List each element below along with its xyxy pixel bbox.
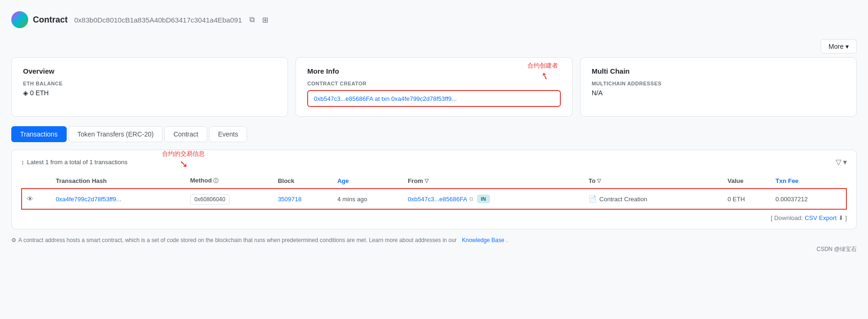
row-eye-cell: 👁 bbox=[22, 189, 51, 209]
from-address-link[interactable]: 0xb547c3...e85686FA bbox=[408, 196, 467, 203]
more-info-title: More Info bbox=[307, 67, 560, 75]
multi-chain-card: Multi Chain MULTICHAIN ADDRESSES N/A bbox=[580, 57, 857, 117]
tx-hash-link[interactable]: 0xa4fe799c2d78f53ff9... bbox=[56, 196, 121, 203]
contract-label: Contract bbox=[33, 15, 68, 25]
page-wrapper: Contract 0x83b0Dc8010cB1a835A40bD63417c3… bbox=[0, 0, 868, 319]
multichain-value: N/A bbox=[592, 89, 845, 97]
row-block-cell: 3509718 bbox=[273, 189, 333, 209]
multi-chain-title: Multi Chain bbox=[592, 67, 845, 75]
more-btn-wrapper: More ▾ bbox=[11, 39, 857, 53]
more-button[interactable]: More ▾ bbox=[821, 39, 857, 53]
copy-address-icon[interactable]: ⧉ bbox=[249, 15, 255, 24]
eth-balance-value: ◈ 0 ETH bbox=[23, 89, 276, 97]
watermark-text: CSDN @绿宝石 bbox=[816, 245, 857, 253]
row-to-extra-cell bbox=[706, 189, 723, 209]
row-value-cell: 0 ETH bbox=[723, 189, 771, 209]
txn-annotation: 合约的交易信息 ➘ bbox=[162, 150, 205, 170]
table-section: ↕ Latest 1 from a total of 1 transaction… bbox=[11, 150, 857, 229]
row-eye-icon[interactable]: 👁 bbox=[27, 195, 33, 203]
more-info-card: More Info 合约创建者 ➘ CONTRACT CREATOR 0xb54… bbox=[295, 57, 572, 117]
table-with-annotation: 合约的交易信息 ➘ Transaction Hash Method ⓘ Bloc… bbox=[21, 173, 847, 210]
eth-balance-label: ETH BALANCE bbox=[23, 81, 276, 86]
col-direction bbox=[567, 173, 584, 189]
multichain-label: MULTICHAIN ADDRESSES bbox=[592, 81, 845, 86]
col-txn-fee: Txn Fee bbox=[771, 173, 846, 189]
footer-note: ⚙ A contract address hosts a smart contr… bbox=[11, 237, 857, 243]
contract-avatar-icon bbox=[11, 11, 28, 28]
row-tx-hash-cell: 0xa4fe799c2d78f53ff9... bbox=[51, 189, 186, 209]
csv-suffix: ⬇ ] bbox=[838, 214, 847, 221]
csv-export-row: [ Download: CSV Export ⬇ ] bbox=[21, 214, 847, 221]
col-method: Method ⓘ bbox=[186, 173, 273, 189]
col-eye bbox=[22, 173, 51, 189]
filter-chevron-icon: ▾ bbox=[843, 158, 847, 167]
row-direction-separator bbox=[567, 189, 584, 209]
csv-prefix: [ Download: bbox=[771, 214, 803, 221]
footer-period: . bbox=[506, 237, 508, 243]
filter-icon: ▽ bbox=[836, 158, 841, 167]
tab-transactions[interactable]: Transactions bbox=[11, 126, 67, 142]
more-button-label: More bbox=[829, 43, 844, 50]
creator-link[interactable]: 0xb547c3...e85686FA at txn 0xa4fe799c2d7… bbox=[314, 95, 457, 102]
annotation-arrow-icon: ➘ bbox=[539, 70, 550, 83]
footer-note-text: A contract address hosts a smart contrac… bbox=[18, 237, 457, 243]
table-header-row: ↕ Latest 1 from a total of 1 transaction… bbox=[21, 158, 847, 167]
in-badge: IN bbox=[477, 195, 490, 203]
contract-address: 0x83b0Dc8010cB1a835A40bD63417c3041a4Eba0… bbox=[74, 16, 242, 24]
eth-diamond-icon: ◈ bbox=[23, 89, 28, 97]
row-age-cell: 4 mins ago bbox=[333, 189, 403, 209]
annotation-label: 合约创建者 bbox=[527, 61, 558, 70]
table-summary: Latest 1 from a total of 1 transactions bbox=[27, 159, 128, 166]
table-row: 👁 0xa4fe799c2d78f53ff9... 0x60806040 350… bbox=[22, 189, 846, 209]
contract-creation-file-icon: 📄 bbox=[589, 195, 597, 203]
col-to: To ▽ bbox=[584, 173, 706, 189]
qr-code-icon[interactable]: ⊞ bbox=[262, 15, 268, 24]
col-block: Block bbox=[273, 173, 333, 189]
creator-box: 0xb547c3...e85686FA at txn 0xa4fe799c2d7… bbox=[307, 90, 560, 107]
watermark: CSDN @绿宝石 bbox=[11, 245, 857, 253]
knowledge-base-link[interactable]: Knowledge Base bbox=[462, 237, 504, 243]
tabs-row: Transactions Token Transfers (ERC-20) Co… bbox=[11, 126, 857, 142]
txn-annotation-text: 合约的交易信息 bbox=[162, 150, 205, 158]
csv-export-link[interactable]: CSV Export bbox=[805, 214, 837, 221]
block-link[interactable]: 3509718 bbox=[278, 196, 302, 203]
table-header-row-el: Transaction Hash Method ⓘ Block Age From… bbox=[22, 173, 846, 189]
method-badge: 0x60806040 bbox=[190, 194, 230, 205]
from-filter-icon[interactable]: ▽ bbox=[425, 178, 428, 184]
col-to-extra bbox=[706, 173, 723, 189]
filter-icon-btn[interactable]: ▽ ▾ bbox=[836, 158, 847, 167]
copy-from-icon[interactable]: ⧉ bbox=[469, 196, 473, 202]
row-method-cell: 0x60806040 bbox=[186, 189, 273, 209]
annotation-box: 合约创建者 ➘ bbox=[527, 61, 558, 82]
table-info-text: ↕ Latest 1 from a total of 1 transaction… bbox=[21, 159, 127, 166]
col-from: From ▽ bbox=[403, 173, 567, 189]
row-from-cell: 0xb547c3...e85686FA ⧉ IN bbox=[403, 189, 567, 209]
sort-icon: ↕ bbox=[21, 159, 24, 166]
txn-annotation-arrow-icon: ➘ bbox=[179, 158, 188, 170]
col-value: Value bbox=[723, 173, 771, 189]
method-info-icon[interactable]: ⓘ bbox=[213, 178, 218, 183]
footer-gear-icon: ⚙ bbox=[11, 237, 16, 243]
to-filter-icon[interactable]: ▽ bbox=[597, 178, 601, 184]
transactions-table: Transaction Hash Method ⓘ Block Age From… bbox=[21, 173, 847, 210]
row-to-cell: 📄 Contract Creation bbox=[584, 189, 706, 209]
tab-token-transfers[interactable]: Token Transfers (ERC-20) bbox=[69, 126, 163, 142]
tab-events[interactable]: Events bbox=[209, 126, 247, 142]
overview-card-title: Overview bbox=[23, 67, 276, 75]
col-age: Age bbox=[333, 173, 403, 189]
row-txn-fee-cell: 0.00037212 bbox=[771, 189, 846, 209]
tab-contract[interactable]: Contract bbox=[164, 126, 207, 142]
overview-card: Overview ETH BALANCE ◈ 0 ETH bbox=[11, 57, 288, 117]
page-header: Contract 0x83b0Dc8010cB1a835A40bD63417c3… bbox=[11, 8, 857, 32]
contract-creation-text: Contract Creation bbox=[599, 196, 647, 203]
more-chevron-icon: ▾ bbox=[845, 43, 849, 50]
eth-balance-amount: 0 ETH bbox=[30, 89, 49, 97]
cards-row: Overview ETH BALANCE ◈ 0 ETH More Info 合… bbox=[11, 57, 857, 117]
contract-creator-label: CONTRACT CREATOR bbox=[307, 81, 560, 86]
col-tx-hash: Transaction Hash bbox=[51, 173, 186, 189]
